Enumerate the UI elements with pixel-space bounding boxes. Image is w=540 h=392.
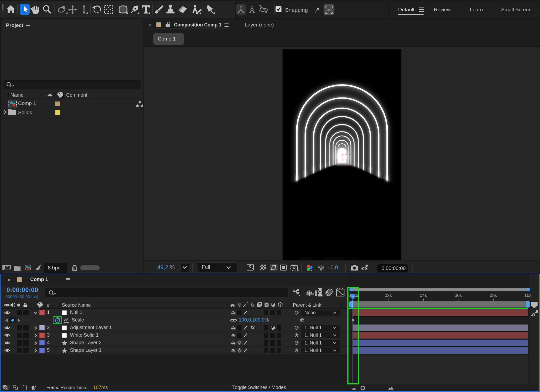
svg-text:fx: fx	[251, 302, 255, 308]
svg-text:Parent & Link: Parent & Link	[293, 302, 321, 308]
svg-text:{ }: { }	[22, 385, 27, 390]
svg-text:#: #	[47, 303, 50, 308]
svg-text:Source Name: Source Name	[62, 302, 91, 308]
